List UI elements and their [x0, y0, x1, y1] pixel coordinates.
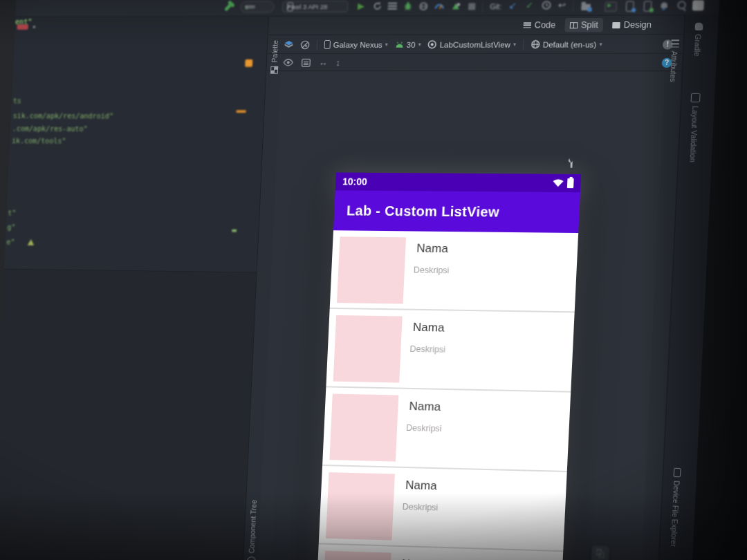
device-manager-icon[interactable] — [626, 1, 634, 11]
build-hammer-icon[interactable] — [224, 3, 232, 12]
item-name: Nama — [409, 400, 441, 414]
device-file-explorer-strip[interactable]: Device File Explorer — [668, 468, 682, 560]
tab-design-label: Design — [623, 20, 652, 30]
item-name: Nama — [405, 478, 437, 493]
warning-triangle-icon — [28, 239, 35, 245]
item-description: Deskripsi — [402, 502, 438, 512]
run-button[interactable]: ▶ — [358, 1, 365, 10]
thumbnail-image — [333, 315, 403, 383]
phone-preview[interactable]: 10:00 Lab - Custom ListView Nama — [316, 172, 581, 560]
tab-code[interactable]: Code — [518, 18, 561, 32]
match-height-icon[interactable]: ↕ — [335, 57, 340, 68]
palette-icon — [270, 66, 277, 74]
editor-empty-area — [0, 270, 257, 560]
zoom-fit-button[interactable]: ⿻ — [591, 545, 609, 560]
canvas-zoom-controls: ⿻ + − — [589, 545, 609, 560]
tab-design[interactable]: Design — [607, 18, 657, 32]
tab-split-label: Split — [581, 20, 599, 30]
item-name: Nama — [416, 242, 448, 256]
battery-icon — [567, 178, 574, 188]
theme-dropdown[interactable]: LabCustomListView ▾ — [427, 40, 516, 49]
history-clock-icon[interactable] — [542, 1, 551, 10]
warning-stripe-marker[interactable] — [236, 110, 246, 113]
chevron-down-icon: ▾ — [245, 4, 248, 10]
match-width-icon[interactable]: ↔ — [318, 57, 328, 68]
palette-strip-label: Palette — [270, 40, 279, 63]
chevron-down-icon: ▾ — [385, 41, 388, 47]
device-dropdown[interactable]: Galaxy Nexus ▾ — [324, 40, 389, 49]
run-configuration-dropdown[interactable]: ▾ — [240, 1, 275, 12]
git-commit-icon[interactable]: ✓ — [526, 1, 534, 10]
locale-dropdown-label: Default (en-us) — [542, 40, 596, 48]
attributes-icon — [671, 39, 679, 47]
apply-code-changes-icon[interactable] — [388, 3, 397, 10]
chevron-down-icon: ▾ — [599, 41, 602, 47]
git-update-icon[interactable]: ↙ — [508, 1, 517, 10]
list-item[interactable]: Nama Deskripsi — [322, 387, 571, 472]
listview[interactable]: Nama Deskripsi Nama Deskripsi Nama Deskr… — [317, 230, 578, 560]
inspection-status-marker[interactable] — [245, 59, 252, 67]
status-time: 10:00 — [342, 176, 367, 187]
tab-split[interactable]: Split — [564, 18, 604, 32]
item-description: Deskripsi — [409, 344, 445, 355]
component-tree-strip-label: Component Tree — [248, 500, 258, 554]
layout-validation-icon — [691, 93, 701, 102]
app-bar-title: Lab - Custom ListView — [347, 203, 500, 220]
globe-icon — [531, 40, 540, 49]
android-studio-window: ▾ Pixel 3 API 28 ▾ ▶ Git: ↙ ✓ ↩ — [0, 0, 720, 560]
layout-validation-strip[interactable]: Layout Validation — [687, 93, 701, 185]
gradle-icon — [694, 23, 703, 30]
design-canvas[interactable]: 10:00 Lab - Custom ListView Nama — [257, 72, 665, 560]
api-level-dropdown[interactable]: 30 ▾ — [395, 40, 421, 48]
thumbnail-image — [329, 394, 398, 462]
search-icon[interactable] — [677, 1, 686, 9]
low-overhead-profiler-icon[interactable] — [451, 1, 461, 10]
api-level-label: 30 — [407, 40, 416, 48]
editor-mode-tabs: Code Split Design — [268, 16, 684, 35]
code-line: .com/apk/res-auto" — [12, 124, 88, 133]
device-selector-label: Pixel 3 API 28 — [287, 3, 328, 10]
list-item[interactable]: Nama Deskripsi — [330, 230, 578, 312]
design-surface-layers-icon[interactable] — [284, 40, 293, 49]
logcat-terminal-icon[interactable] — [605, 2, 617, 12]
running-devices-icon[interactable] — [643, 1, 652, 11]
color-blind-mode-icon[interactable] — [300, 39, 310, 49]
chevron-down-icon: ▾ — [513, 41, 516, 47]
locale-dropdown[interactable]: Default (en-us) ▾ — [531, 39, 602, 48]
project-folder-icon[interactable] — [581, 4, 591, 10]
online-dot — [649, 8, 654, 12]
design-time-wrench-icon[interactable] — [567, 158, 575, 169]
structure-panel-icon[interactable] — [692, 0, 704, 10]
info-stripe-marker[interactable] — [232, 230, 237, 232]
device-file-explorer-icon — [674, 468, 681, 477]
git-revert-icon[interactable]: ↩ — [558, 1, 566, 10]
layout-design-panel: Code Split Design Galaxy Nexus — [243, 16, 684, 560]
view-options-eye-icon[interactable] — [283, 59, 293, 66]
thumbnail-image — [322, 551, 391, 560]
attach-debugger-icon[interactable] — [419, 2, 429, 11]
sdk-notification-icon[interactable] — [661, 2, 667, 8]
theme-dropdown-label: LabCustomListView — [439, 40, 510, 48]
thumbnail-image — [326, 472, 395, 540]
apply-changes-icon[interactable] — [373, 1, 383, 11]
device-dropdown-label: Galaxy Nexus — [333, 40, 382, 48]
chevron-down-icon: ▾ — [418, 41, 421, 47]
code-line: ik.com/tools" — [12, 136, 66, 144]
code-line: ts — [13, 97, 22, 105]
list-item[interactable]: Nama Deskripsi — [326, 309, 574, 393]
phone-icon — [324, 40, 331, 49]
design-toolbar-row1: Galaxy Nexus ▾ 30 ▾ LabCustomListView ▾ … — [267, 35, 683, 54]
code-editor-panel[interactable]: ts sik.com/apk/res/android" .com/apk/res… — [0, 17, 269, 560]
list-item[interactable]: Nama Deskripsi — [319, 466, 567, 552]
orientation-list-icon[interactable] — [302, 58, 311, 66]
code-line: g" — [7, 223, 16, 231]
debug-bug-icon[interactable] — [403, 1, 413, 11]
tab-code-label: Code — [535, 20, 556, 30]
device-selector-dropdown[interactable]: Pixel 3 API 28 ▾ — [282, 1, 349, 12]
stop-button[interactable] — [468, 3, 476, 10]
device-file-explorer-strip-label: Device File Explorer — [670, 480, 681, 547]
toolbar-separator — [573, 1, 574, 12]
gradle-strip[interactable]: Gradle — [692, 23, 703, 86]
component-tree-icon — [246, 557, 255, 560]
profiler-gauge-icon[interactable] — [434, 1, 445, 10]
